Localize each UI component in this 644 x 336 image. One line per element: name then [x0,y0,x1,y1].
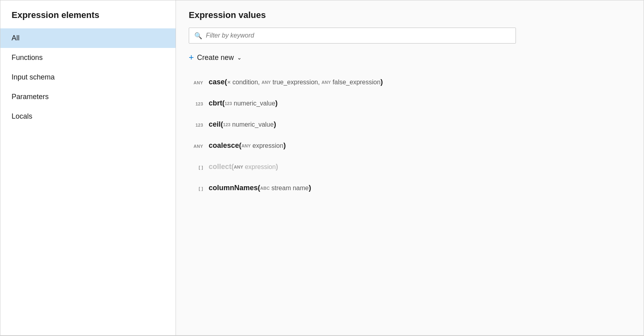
type-badge-collect: [ ] [189,165,203,170]
function-name-cbrt: cbrt( [209,99,225,107]
search-input[interactable] [189,28,516,44]
left-panel: Expression elements AllFunctionsInput sc… [0,0,176,335]
function-item-cbrt[interactable]: 123cbrt(123 numeric_value) [189,93,631,114]
function-name-columnNames: columnNames( [209,184,260,192]
sidebar-item-all[interactable]: All [0,28,176,48]
param-type-case-0: ✕ [227,80,231,85]
right-panel-title: Expression values [189,10,631,20]
function-closing-ceil: ) [274,120,276,128]
create-new-button[interactable]: + Create new ⌄ [189,50,242,65]
type-badge-cbrt: 123 [189,101,203,106]
search-container: 🔍 [189,28,631,44]
search-icon: 🔍 [194,32,202,40]
sidebar-item-locals[interactable]: Locals [0,107,176,126]
function-name-collect: collect( [209,163,234,171]
param-name-case-0: condition [231,79,258,85]
param-name-case-2: false_expression [331,79,381,85]
chevron-down-icon: ⌄ [237,54,242,61]
function-signature-cbrt: cbrt(123 numeric_value) [209,99,278,107]
function-closing-collect: ) [276,163,278,171]
function-item-ceil[interactable]: 123ceil(123 numeric_value) [189,114,631,135]
function-item-collect[interactable]: [ ]collect(ANY expression) [189,156,631,177]
param-type-collect-0: ANY [234,165,243,169]
function-item-case[interactable]: ANYcase(✕ condition, ANY true_expression… [189,72,631,93]
left-panel-title: Expression elements [0,10,176,28]
function-signature-collect: collect(ANY expression) [209,163,278,171]
function-signature-ceil: ceil(123 numeric_value) [209,120,276,129]
right-panel: Expression values 🔍 + Create new ⌄ ANYca… [176,0,644,335]
function-name-ceil: ceil( [209,120,223,128]
param-type-case-2: ANY [322,80,331,85]
left-nav: AllFunctionsInput schemaParametersLocals [0,28,176,126]
param-name-columnNames-0: stream name [270,185,309,191]
param-name-ceil-0: numeric_value [230,121,274,128]
function-item-coalesce[interactable]: ANYcoalesce(ANY expression) [189,135,631,156]
function-signature-coalesce: coalesce(ANY expression) [209,141,286,150]
param-name-collect-0: expression [243,163,276,170]
param-type-case-1: ANY [261,80,271,85]
create-new-label: Create new [197,54,234,62]
function-signature-case: case(✕ condition, ANY true_expression, A… [209,78,383,86]
function-item-columnNames[interactable]: [ ]columnNames(abc stream name) [189,177,631,199]
type-badge-coalesce: ANY [189,144,203,149]
param-type-ceil-0: 123 [223,122,230,127]
param-name-cbrt-0: numeric_value [232,100,275,107]
type-badge-columnNames: [ ] [189,186,203,191]
type-badge-case: ANY [189,80,203,85]
function-name-case: case( [209,78,227,86]
param-type-coalesce-0: ANY [241,143,251,148]
function-closing-coalesce: ) [283,141,286,149]
function-closing-cbrt: ) [275,99,278,107]
plus-icon: + [189,53,194,62]
type-badge-ceil: 123 [189,123,203,127]
param-comma-case-1: , [318,79,322,85]
param-name-coalesce-0: expression [251,142,283,149]
sidebar-item-parameters[interactable]: Parameters [0,87,176,107]
function-closing-columnNames: ) [309,184,311,192]
function-name-coalesce: coalesce( [209,141,241,149]
sidebar-item-functions[interactable]: Functions [0,48,176,68]
function-closing-case: ) [381,78,383,86]
param-type-cbrt-0: 123 [225,101,232,106]
main-container: Expression elements AllFunctionsInput sc… [0,0,644,336]
function-list: ANYcase(✕ condition, ANY true_expression… [189,72,631,199]
function-signature-columnNames: columnNames(abc stream name) [209,184,311,192]
sidebar-item-input-schema[interactable]: Input schema [0,68,176,87]
param-name-case-1: true_expression [271,79,318,85]
param-type-columnNames-0: abc [260,186,270,191]
